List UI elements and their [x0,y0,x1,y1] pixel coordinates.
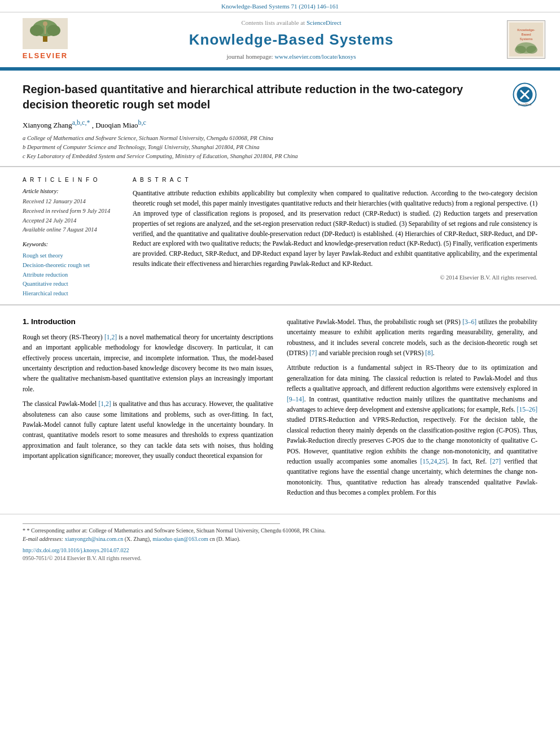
svg-point-13 [526,46,537,54]
crossmark-logo: CrossMark [512,82,537,107]
article-title-section: Region-based quantitative and hierarchic… [0,71,560,167]
author-separator: , Duoqian Miao [92,121,138,129]
article-authors: Xianyong Zhanga,b,c,* , Duoqian Miaob,c [23,118,501,131]
intro-heading: 1. Introduction [23,317,273,327]
sciencedirect-anchor[interactable]: ScienceDirect [307,19,342,26]
email-2-name: cn (D. Miao). [209,536,240,542]
ref-8[interactable]: [8] [425,350,432,356]
affiliation-a: a College of Mathematics and Software Sc… [23,134,501,143]
elsevier-wordmark: ELSEVIER [23,51,68,61]
article-info-heading: A R T I C L E I N F O [23,176,121,184]
article-title: Region-based quantitative and hierarchic… [23,82,501,112]
keyword-1: Rough set theory [23,251,121,261]
elsevier-logo-block: ELSEVIER [11,18,79,61]
article-body: A R T I C L E I N F O Article history: R… [0,167,560,305]
revised-date: Received in revised form 9 July 2014 [23,207,121,216]
ref-15-24-25[interactable]: [15,24,25] [420,458,447,465]
footnote-divider [23,523,280,524]
author-name-1: Xianyong Zhang [23,121,72,129]
svg-point-3 [30,25,43,36]
keyword-5: Hierarchical reduct [23,289,121,299]
svg-text:CrossMark: CrossMark [518,103,532,106]
email-1-name: (X. Zhang), [125,536,151,542]
journal-title: Knowledge-Based Systems [85,29,498,50]
journal-citation: Knowledge-Based Systems 71 (2014) 146–16… [221,3,339,10]
sciencedirect-link: Contents lists available at ScienceDirec… [85,19,498,27]
abstract-heading: A B S T R A C T [133,176,537,184]
journal-header-center: Contents lists available at ScienceDirec… [79,19,504,61]
elsevier-logo: ELSEVIER [23,18,68,61]
ref-7[interactable]: [7] [309,350,317,356]
ref-3-6[interactable]: [3–6] [462,318,476,325]
email-1[interactable]: xianyongzh@sina.com.cn [65,536,124,542]
journal-header: ELSEVIER Contents lists available at Sci… [0,12,560,68]
journal-logo-icon: Knowledge- Based Systems [509,23,543,56]
homepage-prefix: journal homepage: [226,53,273,60]
article-main-content: 1. Introduction Rough set theory (RS-The… [0,305,560,514]
keywords-list: Rough set theory Decision-theoretic roug… [23,251,121,299]
content-right-column: qualitative Pawlak-Model. Thus, the prob… [287,317,537,503]
contents-label: Contents lists available at [241,19,305,26]
article-info-column: A R T I C L E I N F O Article history: R… [23,176,121,299]
available-date: Available online 7 August 2014 [23,225,121,235]
keyword-3: Attribute reduction [23,270,121,280]
journal-logo-block: Knowledge- Based Systems [504,20,549,59]
usually-text: usually [155,452,174,459]
journal-top-bar: Knowledge-Based Systems 71 (2014) 146–16… [0,0,560,12]
ref-27[interactable]: [27] [490,458,501,465]
abstract-text: Quantitative attribute reduction exhibit… [133,189,537,269]
article-footer: * * Corresponding author at: College of … [0,514,560,566]
doi-link: http://dx.doi.org/10.1016/j.knosys.2014.… [23,547,537,554]
email-2[interactable]: miaoduo qian@163.com [152,536,208,542]
history-label: Article history: [23,187,121,196]
corresponding-note-text: * Corresponding author at: College of Ma… [27,527,326,534]
svg-text:Systems: Systems [519,37,532,41]
affiliation-c: c Key Laboratory of Embedded System and … [23,152,501,161]
keyword-2: Decision-theoretic rough set [23,261,121,270]
right-para-2: Attribute reduction is a fundamental sub… [287,362,537,497]
ref-15-26[interactable]: [15–26] [517,406,537,413]
svg-text:Knowledge-: Knowledge- [517,28,535,32]
article-dates: Received 12 January 2014 Received in rev… [23,197,121,235]
svg-point-4 [47,25,60,36]
crossmark-icon: CrossMark [512,82,537,107]
issn-line: 0950-7051/© 2014 Elsevier B.V. All right… [23,554,537,562]
abstract-column: A B S T R A C T Quantitative attribute r… [133,176,537,299]
ref-9-14[interactable]: [9–14] [287,396,304,403]
email-note: E-mail addresses: xianyongzh@sina.com.cn… [23,535,537,543]
svg-rect-2 [43,36,47,42]
journal-homepage: journal homepage: www.elsevier.com/locat… [85,53,498,61]
svg-point-12 [515,46,526,54]
copyright-notice: © 2014 Elsevier B.V. All rights reserved… [133,274,537,282]
footnote-star: * [23,527,27,534]
right-para-1: qualitative Pawlak-Model. Thus, the prob… [287,317,537,359]
corresponding-author-note: * * Corresponding author at: College of … [23,526,537,535]
accepted-date: Accepted 24 July 2014 [23,216,121,226]
svg-text:Based: Based [521,33,531,36]
author-sup-1: a,b,c,* [72,119,90,126]
keywords-em: Keywords: [23,241,48,247]
author-affiliations: a College of Mathematics and Software Sc… [23,134,501,160]
svg-point-5 [43,21,47,26]
keyword-4: Quantitative reduct [23,279,121,289]
received-date: Received 12 January 2014 [23,197,121,207]
article-title-block: Region-based quantitative and hierarchic… [23,82,501,161]
doi-anchor[interactable]: http://dx.doi.org/10.1016/j.knosys.2014.… [23,547,129,553]
elsevier-tree-icon [23,18,68,49]
author-sup-2: b,c [138,119,146,126]
content-left-column: 1. Introduction Rough set theory (RS-The… [23,317,273,503]
affiliation-b: b Department of Computer Science and Tec… [23,143,501,152]
homepage-url[interactable]: www.elsevier.com/locate/knosys [274,53,356,60]
email-label: E-mail addresses: [23,536,63,542]
journal-logo-image: Knowledge- Based Systems [507,20,545,59]
keywords-label: Keywords: [23,241,121,249]
ref-1-2-b[interactable]: [1,2] [99,400,111,407]
ref-1-2[interactable]: [1,2] [104,334,117,340]
intro-para-1: Rough set theory (RS-Theory) [1,2] is a … [23,332,273,394]
intro-para-2: The classical Pawlak-Model [1,2] is qual… [23,399,273,461]
